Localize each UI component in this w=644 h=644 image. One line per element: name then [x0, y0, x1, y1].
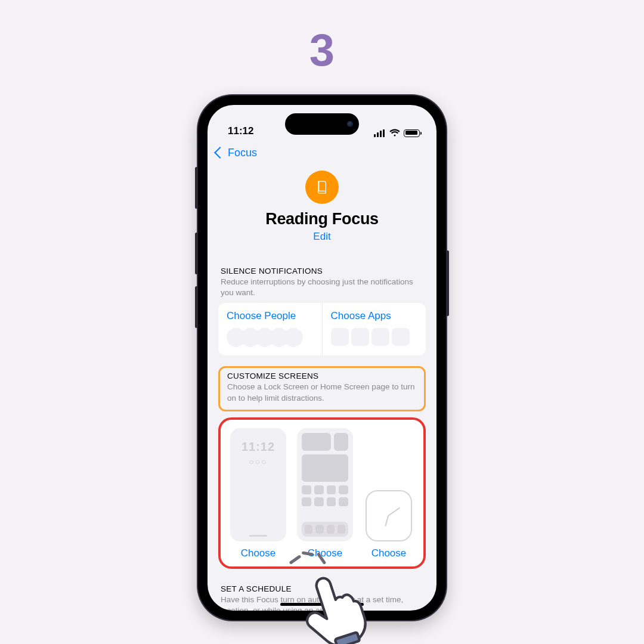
cellular-icon — [374, 129, 386, 137]
wifi-icon — [389, 129, 400, 137]
lock-screen-time: 11:12 — [230, 440, 286, 454]
choose-homescreen-button[interactable]: Choose — [308, 547, 343, 559]
customize-screens-highlight: 11:12 ○○○ Choose Choose — [218, 417, 426, 569]
watch-face-preview[interactable] — [364, 490, 414, 541]
notifications-card: Choose People Choose Apps — [218, 303, 426, 355]
choose-people-button[interactable]: Choose People — [218, 303, 322, 355]
lock-screen-preview[interactable]: 11:12 ○○○ — [230, 428, 286, 541]
choose-watch-button[interactable]: Choose — [371, 547, 407, 559]
lock-screen-dots-icon: ○○○ — [230, 457, 286, 466]
choose-apps-button[interactable]: Choose Apps — [322, 303, 426, 355]
step-number: 3 — [0, 24, 644, 76]
choose-apps-label: Choose Apps — [331, 310, 418, 322]
choose-lockscreen-button[interactable]: Choose — [241, 547, 276, 559]
dynamic-island — [285, 113, 359, 135]
silence-header: SILENCE NOTIFICATIONS — [221, 267, 423, 275]
silence-desc: Reduce interruptions by choosing just th… — [221, 277, 423, 298]
edit-button[interactable]: Edit — [313, 231, 330, 243]
focus-book-icon — [305, 171, 339, 204]
customize-desc: Choose a Lock Screen or Home Screen page… — [227, 382, 417, 403]
choose-people-label: Choose People — [227, 310, 314, 322]
customize-header-highlight: CUSTOMIZE SCREENS Choose a Lock Screen o… — [218, 366, 426, 411]
apps-placeholder-icon — [331, 328, 418, 346]
page-title: Reading Focus — [218, 210, 426, 228]
status-time: 11:12 — [228, 125, 253, 137]
svg-rect-0 — [335, 632, 360, 644]
chevron-left-icon[interactable] — [214, 147, 226, 159]
battery-icon — [404, 129, 420, 137]
back-button[interactable]: Focus — [228, 147, 257, 159]
home-screen-preview[interactable] — [297, 428, 353, 541]
nav-bar: Focus — [208, 140, 436, 166]
home-indicator[interactable] — [280, 603, 364, 606]
iphone-frame: 11:12 Focus Reading Focus Edit SILENCE — [198, 95, 446, 620]
schedule-header: SET A SCHEDULE — [221, 584, 423, 593]
screen: 11:12 Focus Reading Focus Edit SILENCE — [208, 105, 436, 611]
people-placeholder-icon — [227, 328, 314, 347]
customize-header: CUSTOMIZE SCREENS — [227, 371, 417, 380]
